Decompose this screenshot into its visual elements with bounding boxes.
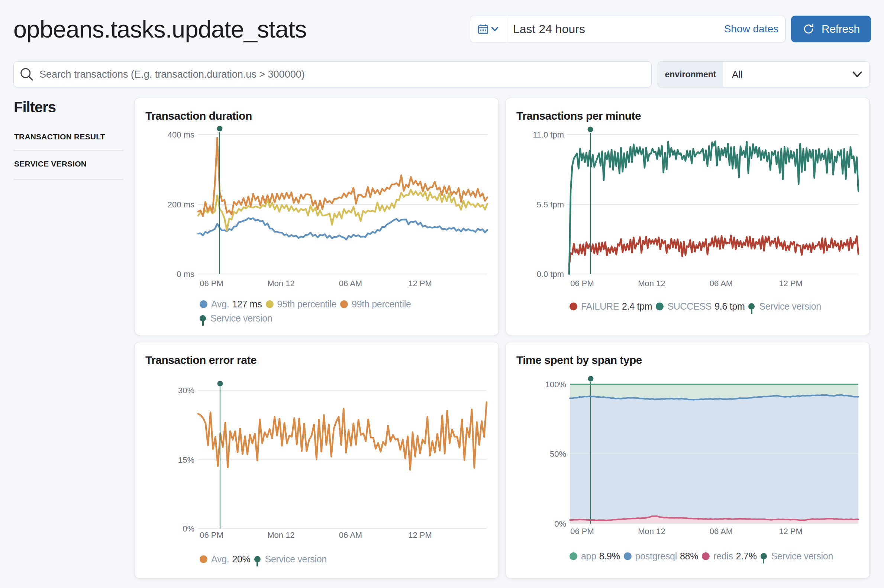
svg-text:06 PM: 06 PM xyxy=(570,526,594,536)
svg-text:12 PM: 12 PM xyxy=(408,279,432,288)
svg-text:Mon 12: Mon 12 xyxy=(638,526,665,536)
svg-text:0 ms: 0 ms xyxy=(177,270,194,279)
svg-text:06 AM: 06 AM xyxy=(339,279,362,288)
svg-text:5.5 tpm: 5.5 tpm xyxy=(537,200,564,209)
svg-text:50%: 50% xyxy=(550,449,566,459)
svg-text:12 PM: 12 PM xyxy=(779,279,803,288)
svg-text:11.0 tpm: 11.0 tpm xyxy=(533,130,564,140)
svg-text:12 PM: 12 PM xyxy=(779,526,803,536)
svg-text:06 PM: 06 PM xyxy=(200,279,224,288)
svg-text:Mon 12: Mon 12 xyxy=(267,279,294,288)
svg-text:0.0 tpm: 0.0 tpm xyxy=(537,270,564,279)
svg-text:06 AM: 06 AM xyxy=(339,530,362,540)
svg-text:400 ms: 400 ms xyxy=(168,130,194,140)
svg-text:30%: 30% xyxy=(178,386,194,395)
svg-text:06 PM: 06 PM xyxy=(570,279,594,288)
svg-text:0%: 0% xyxy=(183,524,194,533)
svg-text:12 PM: 12 PM xyxy=(408,530,432,540)
svg-text:0%: 0% xyxy=(554,519,566,528)
svg-text:06 PM: 06 PM xyxy=(200,530,224,540)
svg-text:Mon 12: Mon 12 xyxy=(638,279,665,288)
svg-text:06 AM: 06 AM xyxy=(710,279,733,288)
svg-text:100%: 100% xyxy=(545,380,566,389)
svg-text:Mon 12: Mon 12 xyxy=(267,530,294,540)
svg-text:200 ms: 200 ms xyxy=(168,200,194,209)
svg-text:15%: 15% xyxy=(178,455,194,465)
svg-text:06 AM: 06 AM xyxy=(710,526,733,536)
